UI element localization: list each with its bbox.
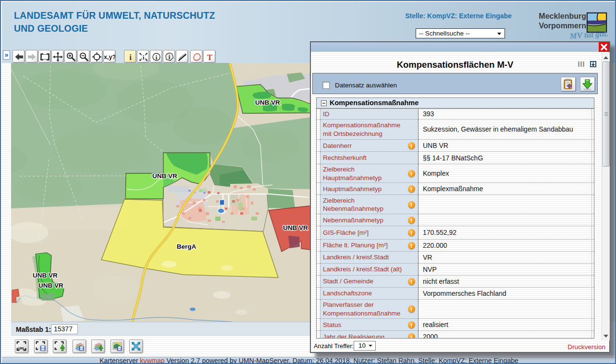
svg-text:BergA: BergA	[177, 243, 197, 250]
svg-text:UNB VR: UNB VR	[33, 272, 58, 279]
svg-text:UNB VR: UNB VR	[255, 99, 280, 106]
svg-text:UNB VR: UNB VR	[38, 282, 63, 289]
svg-text:i: i	[169, 54, 171, 61]
svg-text:x,y?: x,y?	[104, 54, 115, 61]
svg-text:URL: URL	[18, 346, 25, 351]
svg-text:UNB VR: UNB VR	[283, 224, 308, 231]
svg-text:i: i	[156, 54, 158, 61]
svg-text:i: i	[129, 53, 132, 62]
svg-text:UNB VR: UNB VR	[152, 172, 177, 180]
svg-text:T: T	[207, 53, 212, 62]
svg-text:i: i	[143, 54, 145, 61]
